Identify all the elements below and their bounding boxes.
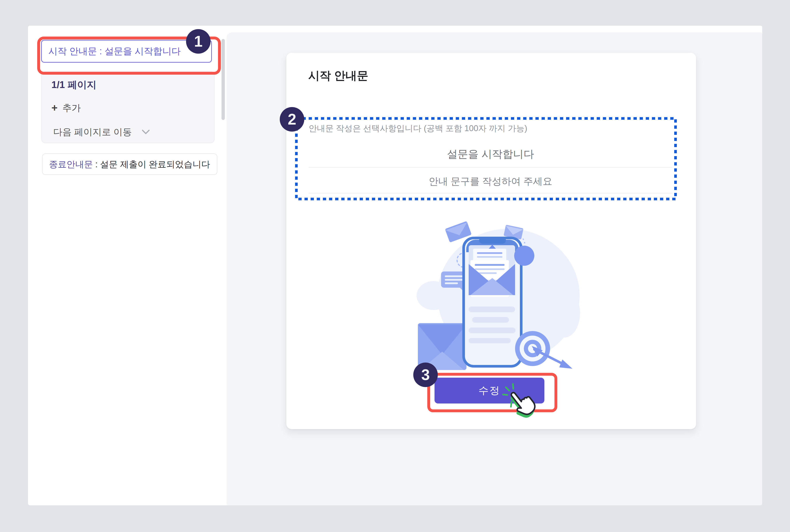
notification-circle [514, 246, 534, 266]
cursor-click-icon [501, 381, 545, 419]
content-window: 시작 안내문 : 설문을 시작합니다 1 1/1 페이지 + 추가 다음 페이지… [28, 25, 762, 505]
card-title: 시작 안내문 [308, 68, 368, 83]
mail-illustration [415, 219, 581, 372]
next-page-label: 다음 페이지로 이동 [53, 126, 132, 138]
step-badge-2: 2 [280, 107, 304, 132]
next-page-select[interactable]: 다음 페이지로 이동 [53, 125, 150, 139]
highlight-dashed-step2: 안내문 작성은 선택사항입니다 (공백 포함 100자 까지 가능) 설문을 시… [295, 117, 677, 200]
step-badge-3: 3 [413, 363, 438, 387]
add-page-label: 추가 [62, 102, 81, 114]
step-badge-1: 1 [186, 29, 211, 54]
sidebar-item-end-message[interactable]: 종료안내문 : 설문 제출이 완료되었습니다 [42, 153, 217, 175]
start-message-label: 시작 안내문 : 설문을 시작합니다 [49, 45, 180, 57]
page-root: 시작 안내문 : 설문을 시작합니다 1 1/1 페이지 + 추가 다음 페이지… [0, 0, 790, 532]
end-message-text: 설문 제출이 완료되었습니다 [100, 158, 210, 170]
add-page-button[interactable]: + 추가 [52, 101, 81, 115]
page-group: 1/1 페이지 + 추가 다음 페이지로 이동 [41, 71, 214, 143]
plus-icon: + [52, 103, 58, 113]
chevron-down-icon [141, 129, 150, 135]
page-indicator: 1/1 페이지 [52, 78, 96, 92]
end-message-separator: : [93, 159, 100, 169]
phone-icon [464, 237, 521, 366]
main-area: 시작 안내문 안내문 작성은 선택사항입니다 (공백 포함 100자 까지 가능… [227, 32, 762, 505]
start-message-title-input[interactable]: 설문을 시작합니다 [309, 141, 672, 168]
sidebar-scrollbar-thumb[interactable] [221, 39, 225, 120]
start-message-body-input[interactable]: 안내 문구를 작성하여 주세요 [309, 170, 672, 193]
helper-text: 안내문 작성은 선택사항입니다 (공백 포함 100자 까지 가능) [309, 123, 527, 134]
sidebar: 시작 안내문 : 설문을 시작합니다 1 1/1 페이지 + 추가 다음 페이지… [28, 25, 227, 505]
end-message-prefix: 종료안내문 [49, 158, 93, 170]
start-message-card: 시작 안내문 안내문 작성은 선택사항입니다 (공백 포함 100자 까지 가능… [286, 53, 696, 429]
